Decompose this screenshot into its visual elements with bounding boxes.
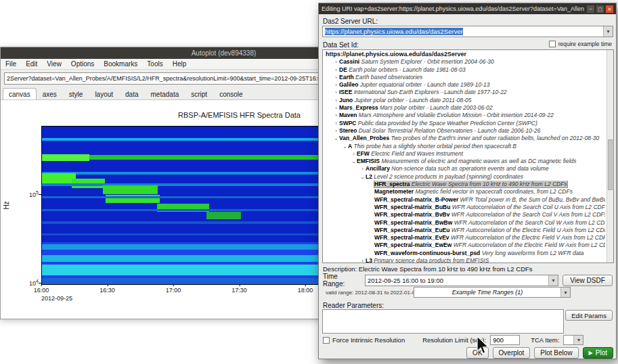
dialog-window-controls: ─ ▢ ✕ [587,5,613,13]
editing-uri-dialog: Editing URI vap+das2server:https://plane… [318,3,617,359]
reader-parameters-textarea[interactable] [322,309,564,334]
tree-item-WFR_spectral-matrix_BwBw[interactable]: WFR_spectral-matrix_BwBw WFR Autocorrela… [323,219,605,227]
chevron-down-icon[interactable]: ⌄ [359,173,366,181]
tca-item-combobox[interactable]: ▾ [563,335,583,345]
tree-item-Galileo[interactable]: ›Galileo Jupiter equatorial orbiter - La… [323,81,605,89]
chevron-down-icon[interactable]: ▾ [560,288,570,297]
server-url-combobox[interactable]: https://planet.physics.uiowa.edu/das/das… [322,26,613,37]
tree-item-EMFISIS[interactable]: ⌄EMFISIS Measurements of electric and ma… [323,158,605,165]
tree-item-HFR_spectra[interactable]: HFR_spectra Electric Wave Spectra from 1… [323,181,605,188]
chevron-right-icon[interactable]: › [333,58,339,66]
tree-item-EFW[interactable]: ›EFW Electric Field and Waves Instrument [323,150,605,158]
chevron-down-icon[interactable]: ⌄ [342,143,348,150]
chevron-down-icon[interactable]: ▾ [603,26,613,37]
chevron-right-icon[interactable]: › [359,165,366,173]
menu-view[interactable]: View [42,59,66,70]
tca-item-label: TCA Item: [531,336,559,344]
maximize-icon[interactable]: ▢ [596,5,604,13]
chevron-right-icon[interactable]: › [333,104,339,112]
chevron-right-icon[interactable]: › [333,89,339,96]
chevron-right-icon[interactable]: › [333,81,339,89]
play-icon: ▶ [589,350,593,356]
tree-item-WFR_spectral-matrix_EvEv[interactable]: WFR_spectral-matrix_EvEv WFR Autocorrela… [323,234,605,242]
force-intrinsic-checkbox[interactable] [323,337,330,344]
tree-item-name: WFR_spectral-matrix_B-Power [374,196,458,203]
tree-item-description: WFR Autocorrelation of the Search Coil W… [452,219,605,226]
tab-data[interactable]: data [119,88,144,99]
tree-item-WFR_spectral-matrix_B-Power[interactable]: WFR_spectral-matrix_B-Power WFR Total po… [323,196,605,204]
chevron-down-icon[interactable]: ▾ [573,336,583,344]
tree-item-L2[interactable]: ⌄L2 Level 2 science products in payload … [323,173,605,181]
chevron-right-icon[interactable]: › [333,112,339,119]
view-dsdf-button[interactable]: View DSDF [562,275,613,286]
tree-item-description: Jupiter polar orbiter - Launch date 2011… [353,97,471,104]
tree-item-name: Ancillary [366,165,390,172]
tab-style[interactable]: style [63,88,89,99]
time-range-value: 2012-09-25 16:00 to 19:00 [366,277,548,284]
tree-item-Earth[interactable]: ›Earth Earth based observatories [323,74,605,81]
chevron-right-icon[interactable]: › [333,66,339,74]
chevron-right-icon[interactable]: › [333,127,339,135]
tree-item-WFR_spectral-matrix_EuEu[interactable]: WFR_spectral-matrix_EuEu WFR Autocorrela… [323,227,605,234]
description-label: Description: [323,265,357,273]
tree-item-description: Magnetic field vector in spacecraft coor… [414,188,573,195]
tree-item-SWPC[interactable]: ›SWPC Public data provided by the Space … [323,120,605,127]
chevron-right-icon[interactable]: › [333,97,339,104]
menu-bookmarks[interactable]: Bookmarks [99,59,142,70]
plot-button[interactable]: ▶ Plot [583,347,613,359]
require-example-time-checkbox[interactable]: require example time [549,41,612,47]
tree-item-WFR_waveform-continuous-burst_psd[interactable]: WFR_waveform-continuous-burst_psd Very l… [323,250,605,257]
close-icon[interactable]: ✕ [606,5,613,13]
tree-item-Cassini[interactable]: ›Cassini Saturn System Explorer - Orbit … [323,58,605,66]
chevron-down-icon[interactable]: ▾ [548,275,558,286]
tree-item-Magnetometer[interactable]: Magnetometer Magnetic field vector in sp… [323,188,605,196]
tree-item-WFR_spectral-matrix_BuBu[interactable]: WFR_spectral-matrix_BuBu WFR Autocorrela… [323,204,605,211]
tree-item-Mars_Express[interactable]: ›Mars_Express Mars polar orbiter - Launc… [323,104,605,112]
time-range-combobox[interactable]: 2012-09-25 16:00 to 19:00 ▾ [365,275,558,286]
tree-item-L3[interactable]: ›L3 Primary science data products from E… [323,257,605,263]
tab-metadata[interactable]: metadata [145,88,185,99]
tree-item-description: This probe has a slightly shorter orbita… [352,143,516,150]
minimize-icon[interactable]: ─ [587,5,594,13]
mouse-cursor [477,336,491,357]
tree-item-description: WFR Total power in B, the Sum of BuBu, B… [458,196,605,203]
scrollbar-thumb[interactable] [608,139,613,190]
tree-item-Maven[interactable]: ›Maven Mars Atmosphere and Volatile Evol… [323,112,605,119]
chevron-down-icon[interactable]: ⌄ [333,135,339,142]
example-time-ranges-combobox[interactable]: Example Time Ranges (1) ▾ [414,287,571,298]
edit-params-button[interactable]: Edit Params [565,310,613,321]
tree-item-description: WFR Autocorrelation of the Electric Fiel… [451,242,605,248]
tab-console[interactable]: console [213,88,248,99]
chevron-right-icon[interactable]: › [333,74,339,81]
tab-axes[interactable]: axes [37,88,63,99]
menu-edit[interactable]: Edit [21,59,42,70]
menu-help[interactable]: Help [168,59,192,70]
resolution-limit-input[interactable] [490,335,520,345]
tree-item-A[interactable]: ⌄A This probe has a slightly shorter orb… [323,143,605,150]
tree-item-WFR_spectral-matrix_EwEw[interactable]: WFR_spectral-matrix_EwEw WFR Autocorrela… [323,242,605,249]
menu-file[interactable]: File [1,59,21,70]
tree-scrollbar[interactable] [606,50,613,263]
tree-item-WFR_spectral-matrix_BvBv[interactable]: WFR_spectral-matrix_BvBv WFR Autocorrela… [323,211,605,219]
checkbox-icon[interactable] [549,41,556,47]
tree-item-ISEE[interactable]: ›ISEE International Sun-Earth Explorers … [323,89,605,96]
chevron-right-icon[interactable]: › [359,257,366,263]
tree-item-Juno[interactable]: ›Juno Jupiter polar orbiter - Launch dat… [323,97,605,104]
tree-item-Stereo[interactable]: ›Stereo Dual Solar Terrestrial Relation … [323,127,605,135]
overplot-button[interactable]: Overplot [493,347,531,359]
tree-item-name: DE [339,66,347,73]
tab-layout[interactable]: layout [89,88,119,99]
tree-item-description: WFR Autocorrelation of the Electric Fiel… [449,234,605,241]
menu-tools[interactable]: Tools [142,59,167,70]
chevron-right-icon[interactable]: › [351,150,357,158]
tab-script[interactable]: script [185,88,213,99]
chevron-down-icon[interactable]: ⌄ [351,158,357,165]
tree-root[interactable]: https://planet.physics.uiowa.edu/das/das… [323,51,605,58]
tab-canvas[interactable]: canvas [3,88,37,99]
tree-item-Ancillary[interactable]: ›Ancillary Non-science data such as oper… [323,165,605,173]
tree-item-DE[interactable]: ›DE Earth polar orbiters - Launch date 1… [323,66,605,74]
plot-below-button[interactable]: Plot Below [534,347,578,359]
chevron-right-icon[interactable]: › [333,120,339,127]
tree-item-Van_Allen_Probes[interactable]: ⌄Van_Allen_Probes Two probes of the Eart… [323,135,605,142]
menu-options[interactable]: Options [66,59,99,70]
